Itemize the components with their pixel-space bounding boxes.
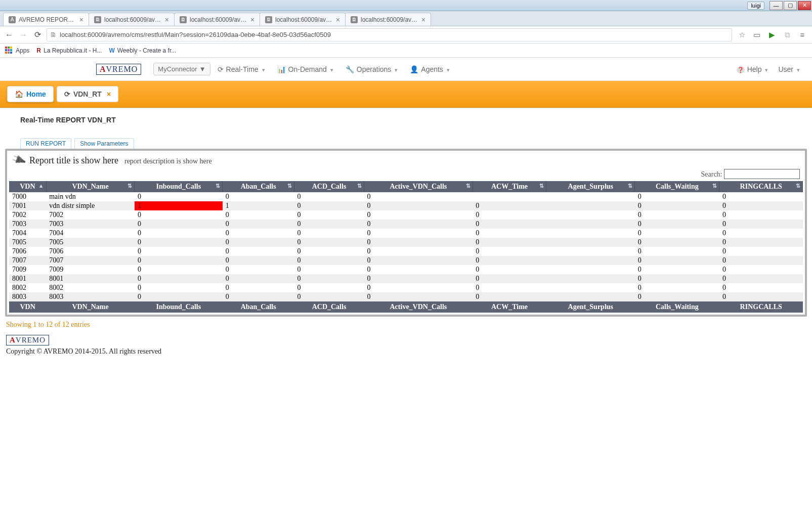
table-cell: 0 [135, 238, 223, 247]
table-row[interactable]: 700670060000000 [9, 247, 803, 256]
tab-home[interactable]: Home [7, 86, 54, 102]
apps-shortcut[interactable]: Apps [5, 47, 29, 55]
table-cell: 7009 [46, 265, 135, 274]
table-row[interactable]: 700970090000000 [9, 265, 803, 274]
report-title-text: Report title is show here [29, 155, 118, 166]
tab-vdn-rt[interactable]: VDN_RT × [57, 86, 118, 102]
tab-close-icon[interactable]: × [250, 16, 254, 23]
table-cell: 0 [719, 201, 803, 210]
window-close-button[interactable]: ✕ [798, 1, 811, 10]
browser-tab[interactable]: 🗎localhost:60009/avremo/c× [89, 13, 175, 26]
window-maximize-button[interactable]: ▢ [784, 1, 797, 10]
show-parameters-button[interactable]: Show Parameters [74, 138, 134, 149]
table-cell: 0 [135, 256, 223, 265]
nav-realtime[interactable]: Real-Time [212, 62, 270, 76]
table-cell: 0 [635, 201, 719, 210]
nav-reload-button[interactable]: ⟳ [32, 30, 42, 39]
table-cell: 8002 [9, 283, 46, 292]
browser-menu-icon[interactable]: ≡ [797, 30, 808, 39]
table-cell: 0 [294, 247, 364, 256]
extension-play-icon[interactable]: ▶ [766, 30, 778, 39]
table-cell: 0 [635, 274, 719, 283]
nav-operations[interactable]: Operations [340, 62, 403, 76]
window-minimize-button[interactable]: — [770, 1, 783, 10]
os-user-badge: luigi [747, 2, 764, 10]
tab-close-icon[interactable]: × [79, 16, 83, 23]
caret-icon [796, 65, 800, 73]
table-row[interactable]: 700370030000000 [9, 220, 803, 229]
apps-label: Apps [16, 47, 29, 54]
bookmark-weebly[interactable]: W Weebly - Create a fr... [109, 47, 176, 54]
search-input[interactable] [724, 169, 800, 179]
table-row[interactable]: 800180010000000 [9, 274, 803, 283]
column-header[interactable]: RINGCALLS [719, 181, 803, 192]
table-row[interactable]: 800380030000000 [9, 292, 803, 301]
column-header[interactable]: Calls_Waiting [635, 181, 719, 192]
nav-back-button[interactable]: ← [4, 30, 14, 39]
tab-close-icon[interactable]: × [336, 16, 340, 23]
table-row[interactable]: 7001vdn distr simple1100000 [9, 201, 803, 210]
table-cell: 0 [135, 192, 223, 201]
table-cell: 0 [719, 220, 803, 229]
table-cell: 0 [364, 238, 473, 247]
table-cell: 0 [223, 238, 294, 247]
table-cell: 0 [294, 265, 364, 274]
tab-close-icon[interactable]: × [165, 16, 169, 23]
column-header[interactable]: VDN [9, 181, 46, 192]
plug-icon: 🔌 [10, 152, 25, 166]
table-cell: 0 [635, 283, 719, 292]
table-cell [473, 192, 546, 201]
address-bar[interactable]: 🗎 localhost:60009/avremo/cms/restful/Mai… [47, 28, 732, 41]
device-icon[interactable]: ▭ [751, 30, 762, 39]
browser-tab[interactable]: 🗎localhost:60009/avremo/c× [260, 13, 346, 26]
table-row[interactable]: 700770070000000 [9, 256, 803, 265]
page-viewport[interactable]: AVREMO MyConnector ▼ Real-Time 📊On-Deman… [0, 58, 812, 521]
column-footer: Calls_Waiting [635, 301, 719, 313]
nav-ondemand[interactable]: 📊On-Demand [272, 62, 338, 76]
table-row[interactable]: 800280020000000 [9, 283, 803, 292]
table-cell: 7003 [9, 220, 46, 229]
column-header[interactable]: Aban_Calls [223, 181, 294, 192]
column-header[interactable]: ACW_Time [473, 181, 546, 192]
table-cell [546, 192, 635, 201]
browser-tab[interactable]: 🗎localhost:60009/avremo/c× [174, 13, 260, 26]
tab-close-icon[interactable]: × [421, 16, 425, 23]
bookmark-repubblica[interactable]: R La Repubblica.it - H... [36, 47, 102, 54]
nav-agents[interactable]: Agents [405, 62, 455, 76]
browser-tab[interactable]: 🗎localhost:60009/avremo/c× [345, 13, 431, 26]
bookmark-label: Weebly - Create a fr... [117, 47, 177, 54]
bookmark-star-icon[interactable]: ☆ [736, 30, 747, 39]
table-cell: 0 [223, 292, 294, 301]
table-row[interactable]: 700470040000000 [9, 229, 803, 238]
column-header[interactable]: Active_VDN_Calls [364, 181, 473, 192]
bookmark-favicon: W [109, 47, 114, 54]
tab-favicon: 🗎 [351, 16, 358, 23]
table-cell: 0 [719, 238, 803, 247]
table-row[interactable]: 700570050000000 [9, 238, 803, 247]
browser-tab[interactable]: AAVREMO REPORT EXPLOR× [3, 13, 89, 26]
table-row[interactable]: 7000main vdn000000 [9, 192, 803, 201]
column-header[interactable]: ACD_Calls [294, 181, 364, 192]
table-cell: 0 [473, 265, 546, 274]
report-action-row: RUN REPORT Show Parameters [0, 138, 812, 149]
column-header[interactable]: VDN_Name [46, 181, 135, 192]
avremo-logo: AVREMO [96, 64, 141, 75]
table-cell: 7004 [9, 229, 46, 238]
table-cell [546, 292, 635, 301]
extension-icon[interactable]: ⧉ [782, 30, 793, 39]
column-header[interactable]: Agent_Surplus [546, 181, 635, 192]
nav-forward-button[interactable]: → [18, 30, 28, 39]
table-row[interactable]: 700270020000000 [9, 210, 803, 220]
connector-dropdown[interactable]: MyConnector ▼ [153, 63, 210, 75]
table-cell: 0 [473, 283, 546, 292]
caret-icon [329, 65, 333, 73]
nav-user[interactable]: User [773, 62, 805, 76]
table-cell: 0 [364, 247, 473, 256]
tab-close-icon[interactable]: × [107, 90, 111, 98]
browser-tab-strip: AAVREMO REPORT EXPLOR×🗎localhost:60009/a… [0, 11, 812, 26]
run-report-button[interactable]: RUN REPORT [20, 138, 71, 149]
table-cell [546, 229, 635, 238]
nav-help[interactable]: Help [732, 62, 774, 76]
column-header[interactable]: Inbound_Calls [135, 181, 223, 192]
table-cell: 0 [719, 265, 803, 274]
